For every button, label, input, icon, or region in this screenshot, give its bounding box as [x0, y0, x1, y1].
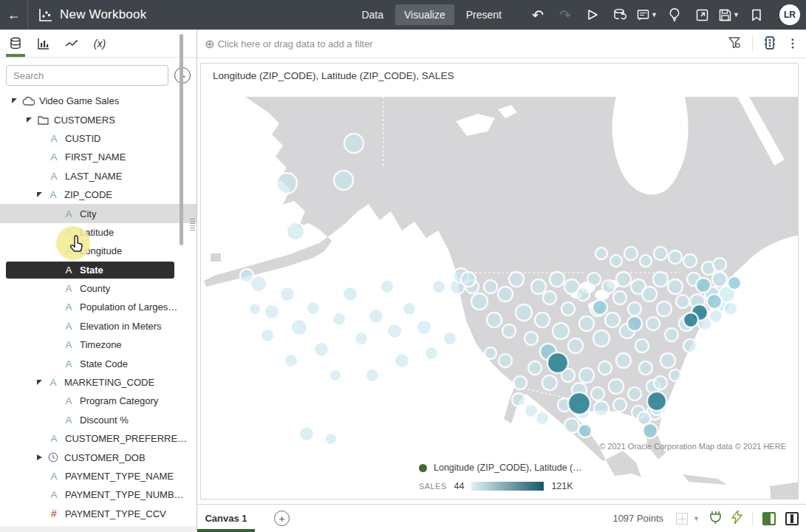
map-data-point[interactable]: [683, 339, 697, 352]
map-data-point[interactable]: [669, 369, 681, 381]
tree-item-custid[interactable]: ACUSTID: [0, 129, 197, 148]
map-data-point[interactable]: [568, 338, 583, 353]
map-data-point[interactable]: [591, 387, 604, 400]
map-data-point[interactable]: [613, 291, 626, 304]
back-button[interactable]: ←: [0, 0, 28, 30]
tree-item-payment-type-numb-[interactable]: APAYMENT_TYPE_NUMB…: [0, 485, 197, 504]
tree-item-state[interactable]: AState: [0, 261, 197, 279]
map-data-point[interactable]: [542, 375, 557, 390]
map-data-point[interactable]: [640, 255, 652, 267]
map-data-point[interactable]: [605, 313, 620, 327]
tree-item-timezone[interactable]: ATimezone: [0, 335, 197, 354]
right-panel-toggle-icon[interactable]: [785, 512, 799, 525]
map-data-point[interactable]: [307, 301, 320, 315]
tree-item-customers[interactable]: CUSTOMERS: [0, 110, 197, 129]
more-menu-icon[interactable]: ⋮: [787, 38, 799, 49]
analytics-panel-tab[interactable]: [61, 30, 83, 57]
map-data-point[interactable]: [284, 354, 298, 367]
map-data-point[interactable]: [417, 320, 431, 335]
tree-item-zip-code[interactable]: AZIP_CODE: [0, 185, 197, 204]
map-data-point[interactable]: [595, 248, 607, 259]
map-data-point[interactable]: [499, 354, 512, 367]
map-data-point[interactable]: [579, 316, 594, 331]
map-data-point[interactable]: [355, 332, 368, 345]
search-input[interactable]: [6, 65, 168, 86]
annotate-icon[interactable]: ▼: [636, 4, 658, 26]
map-data-point[interactable]: [647, 392, 666, 411]
map-data-point[interactable]: [587, 273, 601, 286]
map-data-point[interactable]: [576, 287, 590, 301]
map-data-point[interactable]: [654, 376, 667, 389]
tree-item-latitude[interactable]: ALatitude: [0, 223, 197, 242]
format-brush-icon[interactable]: [709, 511, 722, 527]
map-data-point[interactable]: [683, 313, 698, 327]
map-data-point[interactable]: [485, 347, 496, 359]
map-data-point[interactable]: [380, 280, 394, 293]
map-data-point[interactable]: [598, 361, 612, 375]
map-data-point[interactable]: [387, 324, 402, 338]
map-data-point[interactable]: [531, 279, 546, 294]
tree-item-population-of-larges-[interactable]: APopulation of Larges…: [0, 298, 197, 316]
filter-controls-icon[interactable]: [728, 35, 742, 52]
map-data-point[interactable]: [635, 339, 649, 352]
map-data-point[interactable]: [712, 272, 727, 287]
filter-prompt[interactable]: Click here or drag data to add a filter: [217, 38, 372, 50]
map-data-point[interactable]: [602, 280, 615, 293]
tree-item-program-category[interactable]: AProgram Category: [0, 392, 197, 410]
tree-item-city[interactable]: ACity: [0, 204, 197, 222]
map-data-point[interactable]: [669, 250, 682, 264]
map-data-point[interactable]: [568, 392, 590, 415]
left-panel-toggle-icon[interactable]: [762, 512, 776, 525]
tree-item-longitude[interactable]: ALongitude: [0, 242, 197, 260]
layout-caret-icon[interactable]: ▼: [693, 515, 700, 522]
bookmark-icon[interactable]: [745, 4, 768, 26]
map-data-point[interactable]: [653, 272, 668, 287]
tree-item-marketing-code[interactable]: AMARKETING_CODE: [0, 373, 197, 392]
map-data-point[interactable]: [579, 368, 594, 383]
map-data-point[interactable]: [498, 287, 513, 301]
tab-data[interactable]: Data: [352, 4, 392, 25]
refresh-data-icon[interactable]: [609, 4, 631, 26]
redo-icon[interactable]: ↷: [554, 4, 576, 26]
map-data-point[interactable]: [624, 247, 638, 260]
map-data-point[interactable]: [299, 426, 314, 441]
add-canvas-button[interactable]: +: [274, 511, 290, 526]
map-data-point[interactable]: [249, 303, 261, 315]
export-icon[interactable]: [691, 4, 713, 26]
tree-item-first-name[interactable]: AFIRST_NAME: [0, 148, 197, 166]
panel-resize-grip[interactable]: [190, 219, 195, 232]
map-data-point[interactable]: [425, 347, 438, 360]
map-data-point[interactable]: [594, 401, 609, 416]
expand-toggle-icon[interactable]: [37, 454, 42, 460]
visualizations-panel-tab[interactable]: [33, 30, 55, 57]
map-data-point[interactable]: [314, 342, 329, 357]
tree-item-video-game-sales[interactable]: Video Game Sales: [0, 92, 197, 110]
parameters-panel-tab[interactable]: (x): [89, 30, 111, 57]
map-data-point[interactable]: [261, 329, 274, 342]
map-data-point[interactable]: [609, 379, 624, 394]
map-data-point[interactable]: [657, 301, 672, 316]
map-data-point[interactable]: [646, 317, 660, 330]
map-data-point[interactable]: [343, 287, 358, 301]
map-data-point[interactable]: [334, 171, 353, 190]
preview-icon[interactable]: [581, 4, 604, 26]
map-data-point[interactable]: [593, 330, 609, 347]
map-data-point[interactable]: [502, 324, 516, 338]
map-data-point[interactable]: [639, 361, 652, 375]
sidebar-scrollbar[interactable]: [180, 34, 183, 245]
tree-item-customer-dob[interactable]: CUSTOMER_DOB: [0, 448, 197, 466]
undo-icon[interactable]: ↶: [527, 4, 549, 26]
annotate-caret-icon[interactable]: ▼: [651, 11, 658, 18]
map-data-point[interactable]: [395, 353, 409, 368]
map-data-point[interactable]: [513, 376, 527, 389]
tree-item-state-code[interactable]: AState Code: [0, 354, 197, 372]
map-data-point[interactable]: [291, 319, 307, 335]
map-data-point[interactable]: [240, 269, 253, 282]
map-data-point[interactable]: [561, 302, 575, 316]
expand-toggle-icon[interactable]: [27, 117, 32, 123]
map-data-point[interactable]: [728, 276, 741, 290]
sidebar-hscroll-track[interactable]: [0, 526, 197, 532]
map-data-point[interactable]: [592, 300, 607, 315]
map-data-point[interactable]: [660, 353, 675, 368]
expand-toggle-icon[interactable]: [37, 380, 42, 385]
